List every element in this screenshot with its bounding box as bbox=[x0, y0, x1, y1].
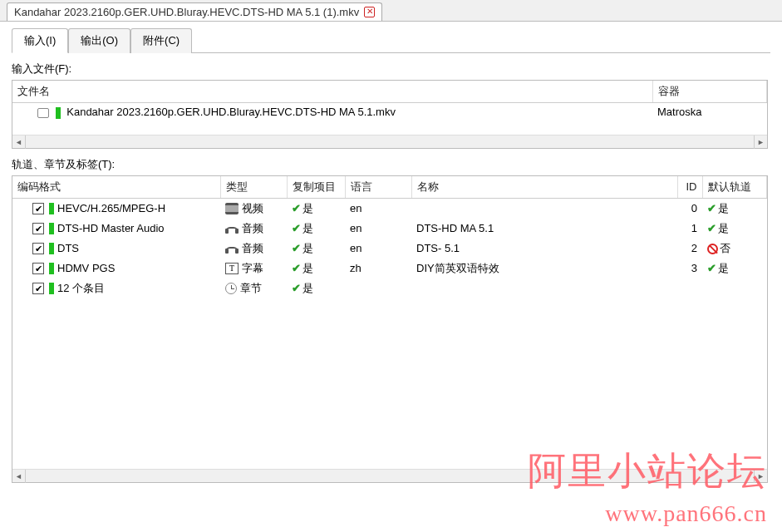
track-type: 字幕 bbox=[242, 262, 263, 274]
track-default: 是 bbox=[718, 222, 729, 234]
headphones-icon bbox=[225, 243, 239, 254]
track-lang bbox=[345, 278, 411, 298]
track-checkbox[interactable]: ✔ bbox=[32, 223, 44, 234]
track-type: 视频 bbox=[242, 202, 263, 214]
content-area: 输入(I) 输出(O) 附件(C) 输入文件(F): 文件名 容器 Kandah… bbox=[0, 22, 782, 495]
track-lang: en bbox=[345, 198, 411, 219]
tracks-table: 编码格式 类型 复制项目 语言 名称 ID 默认轨道 ✔HEVC/H.265/M… bbox=[12, 175, 768, 483]
col-default[interactable]: 默认轨道 bbox=[702, 176, 767, 199]
track-name bbox=[411, 278, 677, 298]
track-id: 0 bbox=[677, 198, 702, 219]
col-name[interactable]: 名称 bbox=[411, 176, 677, 199]
window-tab-bar: Kandahar 2023.2160p.GER.UHD.Bluray.HEVC.… bbox=[0, 0, 782, 22]
track-default: 否 bbox=[720, 242, 730, 254]
track-name: DTS-HD MA 5.1 bbox=[411, 219, 677, 239]
track-default: 是 bbox=[718, 202, 729, 214]
track-copy: 是 bbox=[302, 242, 313, 254]
check-icon: ✔ bbox=[707, 262, 716, 274]
track-codec: DTS bbox=[57, 242, 79, 254]
check-icon: ✔ bbox=[292, 222, 301, 234]
col-container[interactable]: 容器 bbox=[652, 81, 767, 103]
status-bar-icon bbox=[56, 107, 61, 119]
file-icon bbox=[37, 108, 49, 118]
track-type: 音频 bbox=[242, 242, 263, 254]
track-checkbox[interactable]: ✔ bbox=[32, 203, 44, 214]
close-icon[interactable]: ✕ bbox=[364, 7, 375, 17]
check-icon: ✔ bbox=[292, 202, 301, 214]
file-table: 文件名 容器 Kandahar 2023.2160p.GER.UHD.Blura… bbox=[12, 80, 768, 149]
track-id: 2 bbox=[677, 239, 702, 259]
input-files-label: 输入文件(F): bbox=[12, 62, 770, 76]
track-checkbox[interactable]: ✔ bbox=[32, 283, 44, 294]
watermark-text-2: www.pan666.cn bbox=[605, 500, 767, 527]
track-row[interactable]: ✔12 个条目章节✔是 bbox=[12, 278, 767, 298]
video-icon bbox=[225, 203, 239, 214]
track-name: DTS- 5.1 bbox=[411, 239, 677, 259]
check-icon: ✔ bbox=[707, 202, 716, 214]
clock-icon bbox=[225, 283, 237, 294]
check-icon: ✔ bbox=[292, 282, 301, 294]
check-icon: ✔ bbox=[292, 242, 301, 254]
file-tab[interactable]: Kandahar 2023.2160p.GER.UHD.Bluray.HEVC.… bbox=[7, 2, 382, 21]
track-type: 章节 bbox=[240, 282, 262, 294]
scroll-right-arrow[interactable]: ► bbox=[754, 470, 767, 483]
track-codec: HEVC/H.265/MPEG-H bbox=[57, 202, 165, 214]
h-scrollbar-tracks[interactable]: ◄ ► bbox=[12, 469, 767, 482]
col-id[interactable]: ID bbox=[677, 176, 702, 199]
track-row[interactable]: ✔DTS音频✔是enDTS- 5.12否 bbox=[12, 239, 767, 259]
scroll-left-arrow[interactable]: ◄ bbox=[12, 135, 26, 149]
track-name: DIY简英双语特效 bbox=[411, 259, 677, 278]
track-checkbox[interactable]: ✔ bbox=[32, 263, 44, 274]
col-type[interactable]: 类型 bbox=[220, 176, 287, 199]
tracks-label: 轨道、章节及标签(T): bbox=[12, 157, 770, 172]
status-bar-icon bbox=[49, 243, 54, 254]
tab-input[interactable]: 输入(I) bbox=[12, 28, 68, 53]
track-type: 音频 bbox=[242, 222, 263, 234]
prohibited-icon bbox=[707, 244, 718, 254]
status-bar-icon bbox=[49, 263, 54, 274]
track-lang: zh bbox=[345, 259, 411, 278]
track-lang: en bbox=[345, 219, 411, 239]
file-container: Matroska bbox=[652, 103, 767, 121]
col-lang[interactable]: 语言 bbox=[345, 176, 411, 199]
sub-tabs: 输入(I) 输出(O) 附件(C) bbox=[12, 28, 770, 53]
scroll-right-arrow[interactable]: ► bbox=[754, 135, 767, 149]
file-tab-title: Kandahar 2023.2160p.GER.UHD.Bluray.HEVC.… bbox=[14, 6, 359, 18]
status-bar-icon bbox=[49, 283, 54, 294]
file-name: Kandahar 2023.2160p.GER.UHD.Bluray.HEVC.… bbox=[66, 106, 396, 118]
track-row[interactable]: ✔HEVC/H.265/MPEG-H视频✔是en0✔是 bbox=[12, 198, 767, 219]
track-codec: HDMV PGS bbox=[57, 262, 115, 274]
file-row[interactable]: Kandahar 2023.2160p.GER.UHD.Bluray.HEVC.… bbox=[12, 103, 767, 121]
track-id: 1 bbox=[677, 219, 702, 239]
status-bar-icon bbox=[49, 223, 54, 234]
track-row[interactable]: ✔HDMV PGST字幕✔是zhDIY简英双语特效3✔是 bbox=[12, 259, 767, 278]
col-codec[interactable]: 编码格式 bbox=[12, 176, 220, 199]
track-name bbox=[411, 198, 677, 219]
track-lang: en bbox=[345, 239, 411, 259]
track-copy: 是 bbox=[302, 222, 313, 234]
track-codec: DTS-HD Master Audio bbox=[57, 222, 165, 234]
track-checkbox[interactable]: ✔ bbox=[32, 243, 44, 254]
track-copy: 是 bbox=[302, 282, 313, 294]
track-copy: 是 bbox=[302, 202, 313, 214]
headphones-icon bbox=[225, 223, 239, 234]
track-id bbox=[677, 278, 702, 298]
track-id: 3 bbox=[677, 259, 702, 278]
track-codec: 12 个条目 bbox=[57, 282, 105, 294]
check-icon: ✔ bbox=[707, 222, 716, 234]
subtitle-icon: T bbox=[225, 263, 239, 274]
status-bar-icon bbox=[49, 203, 54, 214]
col-filename[interactable]: 文件名 bbox=[12, 81, 652, 103]
col-copy[interactable]: 复制项目 bbox=[287, 176, 345, 199]
track-row[interactable]: ✔DTS-HD Master Audio音频✔是enDTS-HD MA 5.11… bbox=[12, 219, 767, 239]
track-default: 是 bbox=[718, 262, 729, 274]
track-copy: 是 bbox=[302, 262, 313, 274]
check-icon: ✔ bbox=[292, 262, 301, 274]
scroll-left-arrow[interactable]: ◄ bbox=[12, 470, 26, 483]
tab-output[interactable]: 输出(O) bbox=[68, 28, 130, 53]
tab-attachments[interactable]: 附件(C) bbox=[130, 28, 192, 53]
h-scrollbar[interactable]: ◄ ► bbox=[12, 135, 767, 148]
